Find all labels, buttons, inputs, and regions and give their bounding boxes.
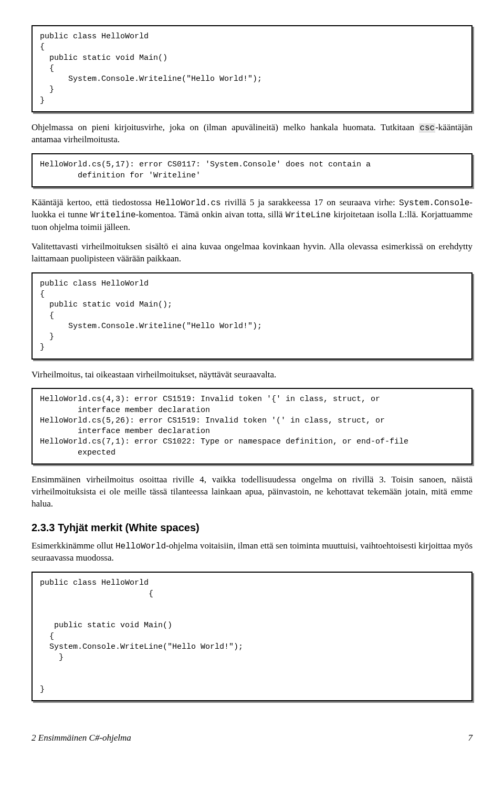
text: Kääntäjä kertoo, että tiedostossa xyxy=(32,197,155,207)
code-block-4: HelloWorld.cs(4,3): error CS1519: Invali… xyxy=(32,388,472,465)
text: -komentoa. Tämä onkin aivan totta, sillä xyxy=(136,209,286,219)
text: Ohjelmassa on pieni kirjoitusvirhe, joka… xyxy=(32,122,419,132)
section-heading-whitespace: 2.3.3 Tyhjät merkit (White spaces) xyxy=(32,522,472,534)
inline-code-helloworld: HelloWorld xyxy=(116,542,166,551)
code-block-3: public class HelloWorld { public static … xyxy=(32,272,472,360)
text: Esimerkkinämme ollut xyxy=(32,541,116,551)
code-block-2: HelloWorld.cs(5,17): error CS0117: 'Syst… xyxy=(32,153,472,187)
inline-code-writeline-cap: WriteLine xyxy=(286,210,331,220)
paragraph-2: Kääntäjä kertoo, että tiedostossa HelloW… xyxy=(32,197,472,234)
inline-code-writeline: Writeline xyxy=(90,210,135,220)
paragraph-3: Valitettavasti virheilmoituksen sisältö … xyxy=(32,241,472,265)
paragraph-4: Virheilmoitus, tai oikeastaan virheilmoi… xyxy=(32,369,472,381)
inline-code-system-console: System.Console xyxy=(399,198,469,208)
page-footer: 2 Ensimmäinen C#-ohjelma 7 xyxy=(32,733,472,743)
inline-code-csc: csc xyxy=(419,123,435,133)
paragraph-5: Ensimmäinen virheilmoitus osoittaa rivil… xyxy=(32,474,472,510)
code-block-5: public class HelloWorld { public static … xyxy=(32,572,472,701)
code-block-1: public class HelloWorld { public static … xyxy=(32,25,472,112)
footer-page-number: 7 xyxy=(468,733,473,743)
text: rivillä 5 ja sarakkeessa 17 on seuraava … xyxy=(221,197,399,207)
footer-chapter-title: 2 Ensimmäinen C#-ohjelma xyxy=(32,733,131,743)
paragraph-6: Esimerkkinämme ollut HelloWorld-ohjelma … xyxy=(32,540,472,565)
inline-code-filename: HelloWorld.cs xyxy=(155,198,221,208)
page-body: public class HelloWorld { public static … xyxy=(0,0,504,759)
paragraph-1: Ohjelmassa on pieni kirjoitusvirhe, joka… xyxy=(32,122,472,146)
